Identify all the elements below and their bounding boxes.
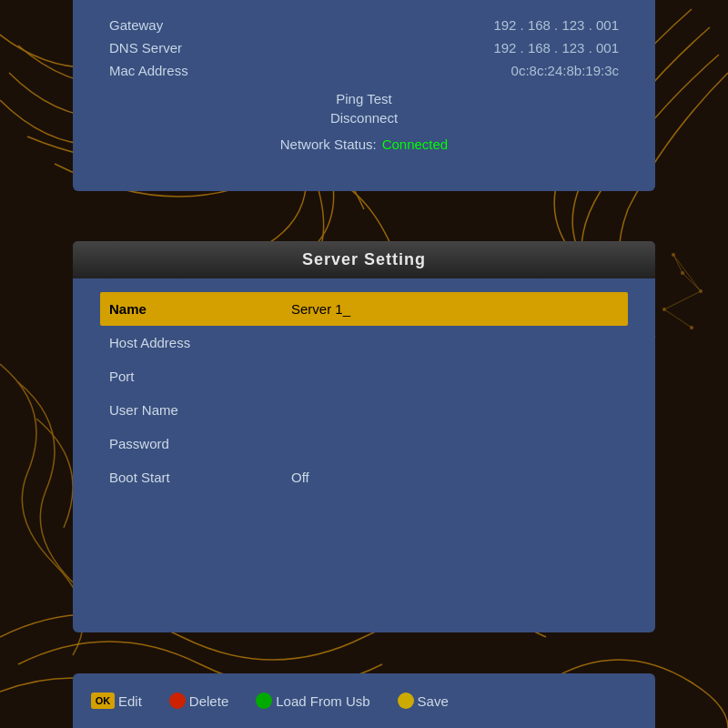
host-address-row[interactable]: Host Address: [109, 326, 619, 359]
save-label: Save: [418, 693, 449, 709]
network-status-label: Network Status:: [280, 136, 377, 152]
name-row[interactable]: Name Server 1_: [100, 292, 628, 326]
server-panel: Server Setting Name Server 1_ Host Addre…: [73, 241, 655, 632]
svg-point-3: [662, 308, 666, 311]
top-panel: Gateway 192 . 168 . 123 . 001 DNS Server…: [73, 0, 655, 191]
network-info: Gateway 192 . 168 . 123 . 001 DNS Server…: [109, 9, 619, 82]
mac-label: Mac Address: [109, 63, 188, 78]
gateway-label: Gateway: [109, 17, 163, 33]
boot-start-value: Off: [291, 470, 619, 485]
svg-point-2: [699, 289, 703, 293]
ok-edit-label: Edit: [118, 693, 142, 709]
port-label: Port: [109, 369, 291, 384]
mac-value: 0c:8c:24:8b:19:3c: [511, 63, 619, 78]
action-links: Ping Test Disconnect: [109, 82, 619, 131]
delete-label: Delete: [189, 693, 228, 709]
username-row[interactable]: User Name: [109, 393, 619, 427]
ok-badge: OK: [91, 693, 115, 709]
svg-point-1: [681, 271, 684, 275]
svg-line-8: [664, 309, 692, 328]
dns-label: DNS Server: [109, 40, 182, 56]
ok-edit-button[interactable]: OK Edit: [91, 693, 142, 709]
delete-icon: [169, 693, 186, 709]
dns-value: 192 . 168 . 123 . 001: [493, 40, 619, 56]
boot-start-row[interactable]: Boot Start Off: [109, 460, 619, 494]
save-button[interactable]: Save: [398, 693, 449, 709]
gateway-value: 192 . 168 . 123 . 001: [493, 17, 619, 33]
load-usb-icon: [256, 693, 272, 709]
gateway-row: Gateway 192 . 168 . 123 . 001: [109, 14, 619, 36]
svg-line-9: [673, 255, 682, 273]
disconnect-link[interactable]: Disconnect: [109, 108, 619, 127]
delete-button[interactable]: Delete: [169, 693, 228, 709]
save-icon: [398, 693, 414, 709]
name-label: Name: [109, 301, 291, 317]
svg-line-7: [664, 291, 701, 309]
host-address-label: Host Address: [109, 335, 291, 350]
mac-row: Mac Address 0c:8c:24:8b:19:3c: [109, 59, 619, 82]
svg-line-10: [673, 255, 701, 291]
port-row[interactable]: Port: [109, 359, 619, 393]
name-value: Server 1_: [291, 301, 619, 317]
ping-test-link[interactable]: Ping Test: [109, 89, 619, 108]
server-panel-title: Server Setting: [73, 241, 655, 278]
bottom-bar: OK Edit Delete Load From Usb Save: [73, 673, 655, 728]
boot-start-label: Boot Start: [109, 470, 291, 485]
password-label: Password: [109, 436, 291, 451]
username-label: User Name: [109, 402, 291, 418]
password-row[interactable]: Password: [109, 427, 619, 460]
dns-row: DNS Server 192 . 168 . 123 . 001: [109, 36, 619, 59]
network-status-value: Connected: [382, 136, 449, 152]
svg-point-4: [690, 326, 693, 329]
network-status-row: Network Status: Connected: [109, 131, 619, 157]
server-panel-body: Name Server 1_ Host Address Port User Na…: [73, 278, 655, 503]
load-usb-button[interactable]: Load From Usb: [256, 693, 369, 709]
svg-line-6: [682, 273, 701, 291]
load-usb-label: Load From Usb: [276, 693, 369, 709]
svg-point-5: [672, 253, 675, 257]
